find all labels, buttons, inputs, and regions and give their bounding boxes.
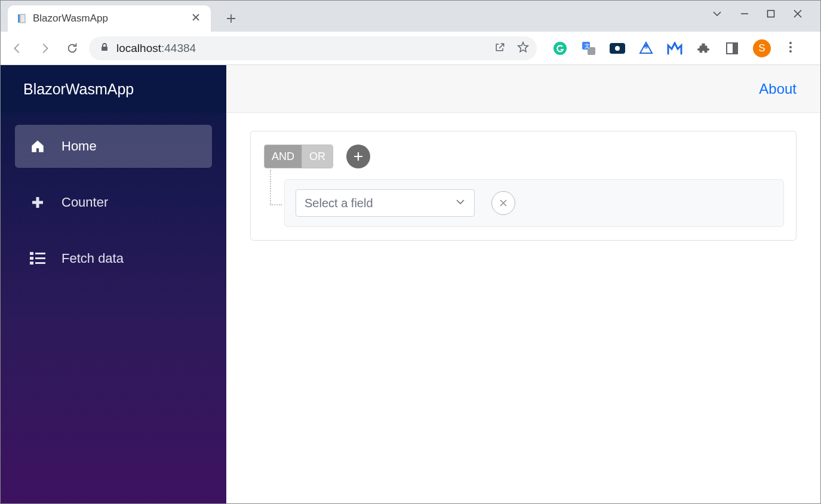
page-content: AND OR Select a field xyxy=(226,113,820,259)
svg-point-15 xyxy=(789,46,792,48)
list-icon xyxy=(29,250,46,267)
browser-tab[interactable]: BlazorWasmApp xyxy=(8,5,211,32)
add-rule-button[interactable] xyxy=(346,145,370,168)
svg-point-14 xyxy=(789,42,792,44)
svg-rect-19 xyxy=(30,257,33,260)
sidebar-item-label: Home xyxy=(62,139,97,154)
svg-point-16 xyxy=(789,50,792,53)
main-content: About AND OR xyxy=(226,65,820,503)
profile-avatar[interactable]: S xyxy=(753,39,771,57)
svg-rect-1 xyxy=(20,14,25,23)
svg-rect-17 xyxy=(30,252,33,255)
address-bar[interactable]: localhost:44384 xyxy=(89,36,537,60)
share-icon[interactable] xyxy=(494,41,506,56)
query-rule: Select a field xyxy=(284,179,784,227)
browser-tab-strip: BlazorWasmApp xyxy=(1,1,820,32)
ext-sidepanel-icon[interactable] xyxy=(724,41,740,56)
sidebar-item-label: Counter xyxy=(62,195,108,210)
extension-icons: 文 ax S xyxy=(552,39,797,57)
browser-toolbar: localhost:44384 文 ax S xyxy=(1,32,820,65)
bookmark-star-icon[interactable] xyxy=(516,41,530,56)
ext-malwarebytes-icon[interactable] xyxy=(667,41,682,56)
window-close-icon[interactable] xyxy=(793,9,802,19)
svg-rect-2 xyxy=(768,11,774,17)
condition-toggle: AND OR xyxy=(264,145,333,168)
svg-rect-13 xyxy=(733,43,737,54)
close-icon xyxy=(498,198,509,208)
new-tab-button[interactable] xyxy=(222,9,241,28)
window-maximize-icon[interactable] xyxy=(767,10,775,18)
svg-rect-3 xyxy=(102,47,107,51)
condition-or-button[interactable]: OR xyxy=(302,145,333,168)
brand-title: BlazorWasmApp xyxy=(1,65,226,113)
tab-title: BlazorWasmApp xyxy=(33,13,183,24)
ext-translate-icon[interactable]: 文 xyxy=(581,41,596,56)
sidebar-item-fetch-data[interactable]: Fetch data xyxy=(15,237,212,280)
svg-text:ax: ax xyxy=(644,45,648,49)
plus-icon xyxy=(29,194,46,211)
tab-favicon-icon xyxy=(16,13,27,24)
lock-icon xyxy=(100,42,109,54)
sidebar-item-home[interactable]: Home xyxy=(15,125,212,168)
query-builder-header: AND OR xyxy=(264,145,784,168)
app-viewport: BlazorWasmApp Home Counter Fetch data Ab… xyxy=(1,65,820,503)
home-icon xyxy=(29,138,46,155)
ext-extensions-icon[interactable] xyxy=(696,41,711,56)
chevron-down-icon xyxy=(455,196,466,210)
tab-close-icon[interactable] xyxy=(189,11,202,26)
svg-point-4 xyxy=(554,42,567,55)
svg-rect-20 xyxy=(35,257,45,259)
sidebar-nav: Home Counter Fetch data xyxy=(1,113,226,292)
url-host: localhost xyxy=(116,42,161,54)
sidebar-item-label: Fetch data xyxy=(62,251,124,266)
ext-axe-icon[interactable]: ax xyxy=(638,41,654,56)
svg-rect-21 xyxy=(30,262,33,265)
svg-rect-22 xyxy=(35,262,45,264)
delete-rule-button[interactable] xyxy=(491,191,515,215)
avatar-letter: S xyxy=(758,42,765,54)
svg-rect-18 xyxy=(35,253,45,254)
svg-text:文: 文 xyxy=(585,43,590,49)
ext-vpn-icon[interactable] xyxy=(610,41,625,56)
window-dropdown-icon[interactable] xyxy=(712,8,722,19)
ext-grammarly-icon[interactable] xyxy=(552,41,568,56)
url-text: localhost:44384 xyxy=(116,42,196,55)
browser-menu-icon[interactable] xyxy=(784,41,797,56)
field-select[interactable]: Select a field xyxy=(296,189,475,217)
nav-back-button[interactable] xyxy=(7,38,28,59)
svg-rect-0 xyxy=(18,14,20,23)
url-port: :44384 xyxy=(161,42,196,54)
nav-forward-button[interactable] xyxy=(34,38,56,59)
sidebar-item-counter[interactable]: Counter xyxy=(15,181,212,224)
query-builder-rules: Select a field xyxy=(264,179,784,227)
condition-and-button[interactable]: AND xyxy=(265,145,302,168)
topbar: About xyxy=(226,65,820,113)
rule-connector-line xyxy=(264,179,284,227)
field-select-placeholder: Select a field xyxy=(305,196,373,210)
svg-point-9 xyxy=(615,46,620,51)
query-builder: AND OR Select a field xyxy=(250,131,797,241)
about-link[interactable]: About xyxy=(759,81,797,97)
sidebar: BlazorWasmApp Home Counter Fetch data xyxy=(1,65,226,503)
nav-reload-button[interactable] xyxy=(62,38,83,59)
plus-icon xyxy=(352,150,364,162)
window-controls xyxy=(712,1,820,27)
window-minimize-icon[interactable] xyxy=(740,10,749,18)
